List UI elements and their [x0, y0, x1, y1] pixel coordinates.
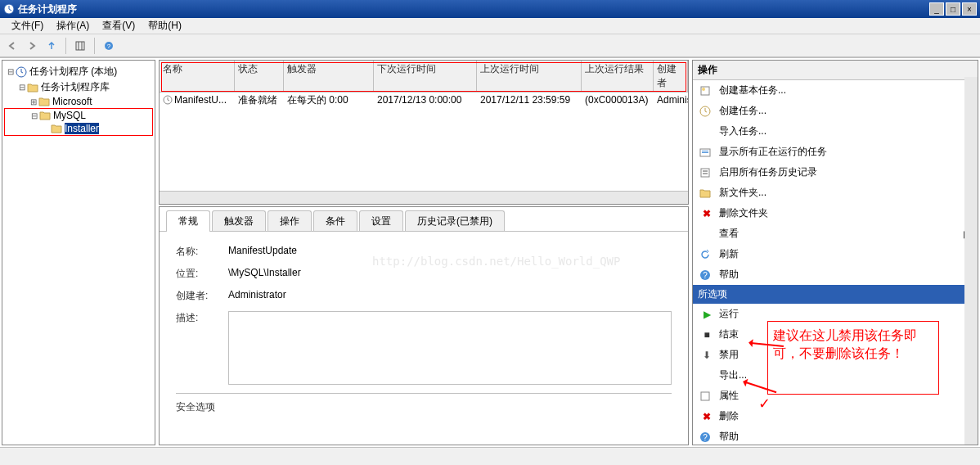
svg-rect-14	[701, 169, 709, 177]
action-label: 帮助	[719, 268, 971, 282]
action-run[interactable]: ▶ 运行	[693, 304, 978, 324]
selected-item-label: 所选项	[698, 287, 727, 301]
tab-triggers[interactable]: 触发器	[212, 210, 266, 232]
col-name[interactable]: 名称	[160, 61, 235, 92]
tree-toggle-icon[interactable]: ⊟	[17, 83, 27, 92]
action-refresh[interactable]: 刷新	[693, 244, 978, 264]
action-create-basic[interactable]: 创建基本任务...	[693, 80, 978, 101]
action-create-task[interactable]: 创建任务...	[693, 101, 978, 121]
action-label: 删除文件夹	[719, 206, 971, 220]
action-help-2[interactable]: ? 帮助	[693, 427, 978, 445]
play-icon: ▶	[699, 309, 714, 320]
col-next-run[interactable]: 下次运行时间	[374, 61, 477, 92]
wizard-icon	[699, 85, 714, 97]
action-label: 帮助	[719, 430, 971, 444]
window-title: 任务计划程序	[18, 2, 929, 16]
action-delete[interactable]: ✖ 删除	[693, 406, 978, 427]
stop-icon: ■	[699, 329, 714, 341]
tab-history[interactable]: 历史记录(已禁用)	[405, 210, 505, 232]
maximize-button[interactable]: □	[946, 2, 960, 16]
clock-icon	[3, 3, 15, 15]
location-value: \MySQL\Installer	[228, 267, 672, 278]
folder-open-icon	[51, 124, 62, 133]
action-label: 结束	[719, 327, 971, 341]
svg-text:?: ?	[703, 271, 708, 280]
action-delete-folder[interactable]: ✖ 删除文件夹	[693, 203, 978, 223]
tree-microsoft[interactable]: ⊞ Microsoft	[4, 95, 153, 108]
folder-icon	[39, 111, 51, 120]
svg-point-9	[702, 88, 705, 91]
col-author[interactable]: 创建者	[654, 61, 688, 92]
clock-icon	[163, 95, 173, 105]
help-icon: ?	[699, 431, 714, 443]
action-label: 删除	[719, 409, 971, 423]
history-icon	[699, 167, 714, 178]
tab-actions[interactable]: 操作	[267, 210, 312, 232]
clock-icon	[16, 66, 27, 78]
action-import[interactable]: 导入任务...	[693, 121, 978, 142]
desc-label: 描述:	[176, 311, 228, 325]
action-new-folder[interactable]: 新文件夹...	[693, 183, 978, 203]
action-label: 新文件夹...	[719, 186, 971, 200]
col-triggers[interactable]: 触发器	[284, 61, 374, 92]
tree-toggle-icon[interactable]: ⊟	[6, 67, 16, 76]
action-enable-history[interactable]: 启用所有任务历史记录	[693, 162, 978, 183]
col-status[interactable]: 状态	[235, 61, 284, 92]
forward-button[interactable]	[23, 37, 41, 55]
task-list: 名称 状态 触发器 下次运行时间 上次运行时间 上次运行结果 创建者 Manif…	[159, 60, 689, 205]
task-row[interactable]: ManifestU... 准备就绪 在每天的 0:00 2017/12/13 0…	[160, 93, 688, 107]
tree-mysql-label: MySQL	[53, 110, 86, 121]
tree-mysql[interactable]: ⊟ MySQL	[5, 109, 152, 122]
svg-rect-1	[76, 42, 84, 50]
tree-installer[interactable]: Installer	[5, 122, 152, 135]
action-end[interactable]: ■ 结束	[693, 324, 978, 345]
tree-toggle-icon[interactable]: ⊞	[29, 97, 38, 106]
action-view[interactable]: 查看 ▶	[693, 223, 978, 244]
action-label: 启用所有任务历史记录	[719, 165, 971, 179]
svg-text:?: ?	[703, 433, 708, 442]
close-button[interactable]: ×	[962, 2, 977, 16]
action-help[interactable]: ? 帮助	[693, 264, 978, 285]
tab-general[interactable]: 常规	[166, 210, 210, 232]
vertical-scrollbar[interactable]	[964, 77, 978, 445]
action-label: 创建任务...	[719, 104, 971, 118]
running-tasks-icon	[699, 147, 714, 158]
help-button[interactable]: ?	[100, 37, 118, 55]
action-label: 运行	[719, 307, 971, 321]
delete-icon: ✖	[699, 208, 714, 219]
columns-button[interactable]	[71, 37, 89, 55]
tree-library[interactable]: ⊟ 任务计划程序库	[4, 79, 153, 95]
back-button[interactable]	[3, 37, 21, 55]
action-disable[interactable]: ⬇ 禁用	[693, 345, 978, 365]
horizontal-scrollbar[interactable]	[160, 191, 688, 204]
description-textarea[interactable]	[228, 311, 672, 385]
menu-view[interactable]: 查看(V)	[96, 17, 142, 34]
minimize-button[interactable]: _	[929, 2, 944, 16]
tree-panel: ⊟ 任务计划程序 (本地) ⊟ 任务计划程序库 ⊞ Microsoft ⊟ My…	[2, 60, 155, 445]
tab-settings[interactable]: 设置	[359, 210, 403, 232]
menu-help[interactable]: 帮助(H)	[142, 17, 188, 34]
action-label: 创建基本任务...	[719, 84, 971, 97]
col-last-run[interactable]: 上次运行时间	[477, 61, 582, 92]
tree-root-label: 任务计划程序 (本地)	[29, 65, 117, 79]
task-status: 准备就绪	[235, 93, 284, 108]
menu-file[interactable]: 文件(F)	[5, 17, 50, 34]
menu-action[interactable]: 操作(A)	[50, 17, 96, 34]
task-next-run: 2017/12/13 0:00:00	[374, 93, 477, 106]
delete-icon: ✖	[699, 411, 714, 422]
action-label: 导入任务...	[719, 124, 971, 138]
action-show-running[interactable]: 显示所有正在运行的任务	[693, 142, 978, 162]
action-properties[interactable]: 属性	[693, 386, 978, 406]
tree-root[interactable]: ⊟ 任务计划程序 (本地)	[4, 64, 153, 79]
tree-toggle-icon[interactable]: ⊟	[29, 111, 39, 120]
up-button[interactable]	[43, 37, 61, 55]
action-label: 查看	[719, 227, 964, 241]
selected-item-header: 所选项 ▴	[693, 285, 978, 304]
svg-text:?: ?	[107, 43, 111, 50]
col-last-result[interactable]: 上次运行结果	[582, 61, 654, 92]
svg-rect-8	[701, 87, 709, 95]
action-export[interactable]: 导出...	[693, 365, 978, 386]
action-label: 属性	[719, 389, 971, 403]
tab-conditions[interactable]: 条件	[313, 210, 357, 232]
action-label: 禁用	[719, 348, 971, 362]
